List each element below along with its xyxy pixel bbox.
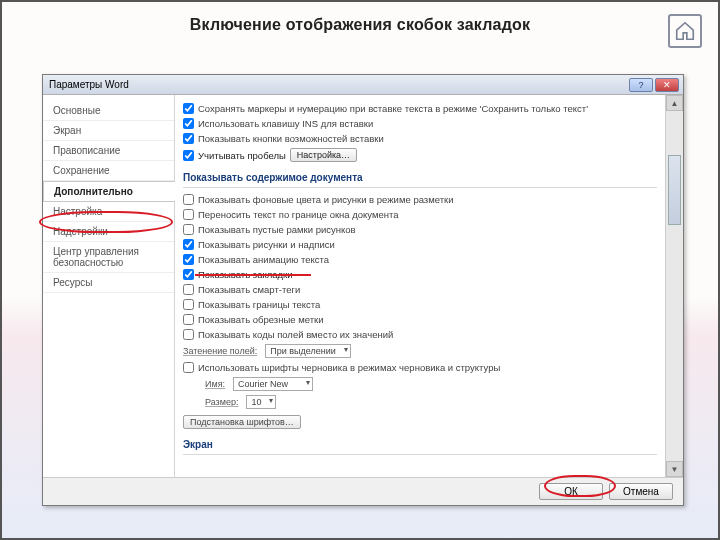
chk-crop-marks[interactable] [183, 314, 194, 325]
sidebar-item-advanced[interactable]: Дополнительно [43, 181, 175, 202]
lbl-font-name: Имя: [205, 379, 225, 389]
chk-wrap-window[interactable] [183, 209, 194, 220]
scroll-up-arrow[interactable]: ▲ [666, 95, 683, 111]
lbl-text-animation: Показывать анимацию текста [198, 254, 329, 265]
lbl-paste-options: Показывать кнопки возможностей вставки [198, 133, 384, 144]
chk-show-bookmarks[interactable] [183, 269, 194, 280]
lbl-field-codes: Показывать коды полей вместо их значений [198, 329, 393, 340]
ok-button[interactable]: ОК [539, 483, 603, 500]
lbl-text-boundaries: Показывать границы текста [198, 299, 320, 310]
settings-button[interactable]: Настройка… [290, 148, 357, 162]
home-button[interactable] [668, 14, 702, 48]
section-screen: Экран [183, 431, 657, 455]
word-options-dialog: Параметры Word ? ✕ Основные Экран Правоп… [42, 74, 684, 506]
lbl-keep-bullets: Сохранять маркеры и нумерацию при вставк… [198, 103, 588, 114]
select-font-size[interactable]: 10 [246, 395, 276, 409]
chk-picture-placeholders[interactable] [183, 224, 194, 235]
scroll-thumb[interactable] [668, 155, 681, 225]
chk-draft-font[interactable] [183, 362, 194, 373]
dialog-title: Параметры Word [49, 79, 129, 90]
lbl-wrap-window: Переносить текст по границе окна докумен… [198, 209, 399, 220]
close-button[interactable]: ✕ [655, 78, 679, 92]
chk-ins-key[interactable] [183, 118, 194, 129]
sidebar-item-trustcenter[interactable]: Центр управления безопасностью [43, 242, 174, 273]
lbl-smart-tags: Показывать смарт-теги [198, 284, 300, 295]
vertical-scrollbar[interactable]: ▲ ▼ [665, 95, 683, 477]
chk-text-boundaries[interactable] [183, 299, 194, 310]
select-font-name[interactable]: Courier New [233, 377, 313, 391]
select-field-shading[interactable]: При выделении [265, 344, 351, 358]
chk-bg-colors[interactable] [183, 194, 194, 205]
help-button[interactable]: ? [629, 78, 653, 92]
chk-keep-bullets[interactable] [183, 103, 194, 114]
lbl-picture-placeholders: Показывать пустые рамки рисунков [198, 224, 356, 235]
chk-paste-options[interactable] [183, 133, 194, 144]
cancel-button[interactable]: Отмена [609, 483, 673, 500]
lbl-crop-marks: Показывать обрезные метки [198, 314, 324, 325]
sidebar-item-customize[interactable]: Настройка [43, 202, 174, 222]
dialog-footer: ОК Отмена [43, 477, 683, 505]
dialog-titlebar: Параметры Word ? ✕ [43, 75, 683, 95]
options-content: Сохранять маркеры и нумерацию при вставк… [175, 95, 683, 477]
sidebar-item-save[interactable]: Сохранение [43, 161, 174, 181]
category-sidebar: Основные Экран Правописание Сохранение Д… [43, 95, 175, 477]
font-substitution-button[interactable]: Подстановка шрифтов… [183, 415, 301, 429]
lbl-field-shading: Затенение полей: [183, 346, 257, 356]
slide-title: Включение отображения скобок закладок [2, 2, 718, 40]
sidebar-item-addins[interactable]: Надстройки [43, 222, 174, 242]
lbl-bg-colors: Показывать фоновые цвета и рисунки в реж… [198, 194, 454, 205]
chk-text-animation[interactable] [183, 254, 194, 265]
chk-smart-tags[interactable] [183, 284, 194, 295]
lbl-smart-spaces: Учитывать пробелы [198, 150, 286, 161]
lbl-draft-font: Использовать шрифты черновика в режимах … [198, 362, 500, 373]
lbl-show-bookmarks: Показывать закладки [198, 269, 293, 280]
chk-field-codes[interactable] [183, 329, 194, 340]
sidebar-item-display[interactable]: Экран [43, 121, 174, 141]
chk-smart-spaces[interactable] [183, 150, 194, 161]
sidebar-item-general[interactable]: Основные [43, 101, 174, 121]
sidebar-item-resources[interactable]: Ресурсы [43, 273, 174, 293]
sidebar-item-proofing[interactable]: Правописание [43, 141, 174, 161]
chk-drawings[interactable] [183, 239, 194, 250]
lbl-font-size: Размер: [205, 397, 238, 407]
lbl-ins-key: Использовать клавишу INS для вставки [198, 118, 373, 129]
scroll-down-arrow[interactable]: ▼ [666, 461, 683, 477]
lbl-drawings: Показывать рисунки и надписи [198, 239, 335, 250]
section-show-document-content: Показывать содержимое документа [183, 164, 657, 188]
home-icon [674, 20, 696, 42]
